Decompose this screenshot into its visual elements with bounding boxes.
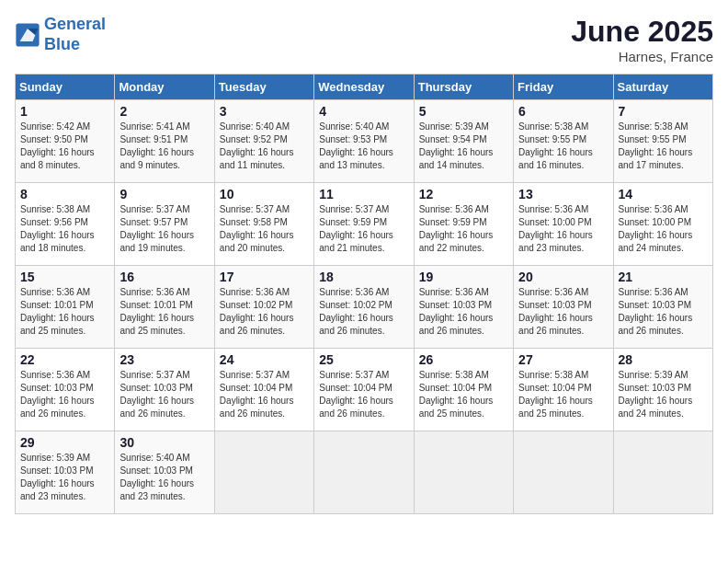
day-number: 5 (419, 104, 508, 119)
day-info: Sunrise: 5:37 AM Sunset: 10:04 PM Daylig… (220, 369, 309, 420)
header: General Blue June 2025 Harnes, France (15, 15, 713, 64)
day-info: Sunrise: 5:42 AM Sunset: 9:50 PM Dayligh… (20, 121, 109, 172)
table-row: 4Sunrise: 5:40 AM Sunset: 9:53 PM Daylig… (314, 100, 414, 183)
day-number: 27 (518, 352, 608, 367)
day-number: 3 (220, 104, 309, 119)
table-row: 26Sunrise: 5:38 AM Sunset: 10:04 PM Dayl… (414, 349, 513, 431)
table-row: 24Sunrise: 5:37 AM Sunset: 10:04 PM Dayl… (214, 349, 313, 431)
table-row: 5Sunrise: 5:39 AM Sunset: 9:54 PM Daylig… (414, 100, 513, 183)
day-info: Sunrise: 5:36 AM Sunset: 10:03 PM Daylig… (619, 286, 708, 338)
table-row: 23Sunrise: 5:37 AM Sunset: 10:03 PM Dayl… (115, 349, 214, 431)
day-info: Sunrise: 5:36 AM Sunset: 10:02 PM Daylig… (220, 286, 309, 338)
day-info: Sunrise: 5:36 AM Sunset: 10:03 PM Daylig… (20, 369, 109, 420)
col-saturday: Saturday (613, 75, 712, 100)
day-info: Sunrise: 5:38 AM Sunset: 10:04 PM Daylig… (518, 369, 608, 420)
calendar-week-2: 8Sunrise: 5:38 AM Sunset: 9:56 PM Daylig… (16, 183, 713, 266)
table-row (613, 431, 712, 514)
day-info: Sunrise: 5:37 AM Sunset: 10:03 PM Daylig… (119, 369, 209, 420)
day-info: Sunrise: 5:40 AM Sunset: 9:52 PM Dayligh… (220, 121, 309, 172)
table-row: 18Sunrise: 5:36 AM Sunset: 10:02 PM Dayl… (314, 266, 414, 349)
day-number: 10 (220, 187, 309, 201)
table-row: 8Sunrise: 5:38 AM Sunset: 9:56 PM Daylig… (16, 183, 115, 266)
day-number: 19 (419, 270, 508, 284)
day-info: Sunrise: 5:38 AM Sunset: 9:56 PM Dayligh… (20, 203, 109, 255)
day-number: 8 (20, 187, 109, 201)
location-title: Harnes, France (571, 49, 713, 64)
day-number: 2 (119, 104, 209, 119)
logo-line1: General (44, 15, 106, 33)
day-number: 11 (319, 187, 408, 201)
table-row: 1Sunrise: 5:42 AM Sunset: 9:50 PM Daylig… (16, 100, 115, 183)
calendar-table: Sunday Monday Tuesday Wednesday Thursday… (15, 74, 713, 514)
month-title: June 2025 (571, 15, 713, 49)
day-number: 9 (119, 187, 209, 201)
day-number: 21 (619, 270, 708, 284)
table-row (214, 431, 313, 514)
table-row: 22Sunrise: 5:36 AM Sunset: 10:03 PM Dayl… (16, 349, 115, 431)
col-sunday: Sunday (16, 75, 115, 100)
day-number: 30 (119, 435, 209, 450)
day-number: 23 (119, 352, 209, 367)
day-info: Sunrise: 5:38 AM Sunset: 10:04 PM Daylig… (419, 369, 508, 420)
table-row: 28Sunrise: 5:39 AM Sunset: 10:03 PM Dayl… (613, 349, 712, 431)
day-info: Sunrise: 5:36 AM Sunset: 10:01 PM Daylig… (20, 286, 109, 338)
table-row: 15Sunrise: 5:36 AM Sunset: 10:01 PM Dayl… (16, 266, 115, 349)
day-number: 1 (20, 104, 109, 119)
col-friday: Friday (514, 75, 613, 100)
day-info: Sunrise: 5:39 AM Sunset: 10:03 PM Daylig… (619, 369, 708, 420)
table-row: 30Sunrise: 5:40 AM Sunset: 10:03 PM Dayl… (115, 431, 214, 514)
day-info: Sunrise: 5:37 AM Sunset: 10:04 PM Daylig… (319, 369, 408, 420)
day-info: Sunrise: 5:36 AM Sunset: 10:01 PM Daylig… (119, 286, 209, 338)
logo: General Blue (15, 15, 106, 54)
day-number: 28 (619, 352, 708, 367)
day-info: Sunrise: 5:38 AM Sunset: 9:55 PM Dayligh… (619, 121, 708, 172)
table-row: 10Sunrise: 5:37 AM Sunset: 9:58 PM Dayli… (214, 183, 313, 266)
day-info: Sunrise: 5:36 AM Sunset: 10:03 PM Daylig… (419, 286, 508, 338)
calendar-week-1: 1Sunrise: 5:42 AM Sunset: 9:50 PM Daylig… (16, 100, 713, 183)
table-row: 7Sunrise: 5:38 AM Sunset: 9:55 PM Daylig… (613, 100, 712, 183)
table-row: 29Sunrise: 5:39 AM Sunset: 10:03 PM Dayl… (16, 431, 115, 514)
table-row: 9Sunrise: 5:37 AM Sunset: 9:57 PM Daylig… (115, 183, 214, 266)
table-row (514, 431, 613, 514)
col-monday: Monday (115, 75, 214, 100)
day-info: Sunrise: 5:37 AM Sunset: 9:58 PM Dayligh… (220, 203, 309, 255)
table-row (314, 431, 414, 514)
table-row: 11Sunrise: 5:37 AM Sunset: 9:59 PM Dayli… (314, 183, 414, 266)
calendar-week-5: 29Sunrise: 5:39 AM Sunset: 10:03 PM Dayl… (16, 431, 713, 514)
day-number: 4 (319, 104, 408, 119)
day-number: 7 (619, 104, 708, 119)
calendar-week-4: 22Sunrise: 5:36 AM Sunset: 10:03 PM Dayl… (16, 349, 713, 431)
table-row: 16Sunrise: 5:36 AM Sunset: 10:01 PM Dayl… (115, 266, 214, 349)
day-number: 24 (220, 352, 309, 367)
day-info: Sunrise: 5:39 AM Sunset: 9:54 PM Dayligh… (419, 121, 508, 172)
table-row: 14Sunrise: 5:36 AM Sunset: 10:00 PM Dayl… (613, 183, 712, 266)
table-row: 12Sunrise: 5:36 AM Sunset: 9:59 PM Dayli… (414, 183, 513, 266)
table-row: 21Sunrise: 5:36 AM Sunset: 10:03 PM Dayl… (613, 266, 712, 349)
day-number: 25 (319, 352, 408, 367)
day-number: 18 (319, 270, 408, 284)
col-thursday: Thursday (414, 75, 513, 100)
table-row: 3Sunrise: 5:40 AM Sunset: 9:52 PM Daylig… (214, 100, 313, 183)
col-tuesday: Tuesday (214, 75, 313, 100)
day-number: 26 (419, 352, 508, 367)
day-number: 15 (20, 270, 109, 284)
day-info: Sunrise: 5:36 AM Sunset: 10:00 PM Daylig… (619, 203, 708, 255)
day-number: 6 (518, 104, 608, 119)
day-info: Sunrise: 5:36 AM Sunset: 9:59 PM Dayligh… (419, 203, 508, 255)
header-row: Sunday Monday Tuesday Wednesday Thursday… (16, 75, 713, 100)
day-number: 22 (20, 352, 109, 367)
day-info: Sunrise: 5:37 AM Sunset: 9:57 PM Dayligh… (119, 203, 209, 255)
col-wednesday: Wednesday (314, 75, 414, 100)
day-number: 13 (518, 187, 608, 201)
day-info: Sunrise: 5:37 AM Sunset: 9:59 PM Dayligh… (319, 203, 408, 255)
day-number: 20 (518, 270, 608, 284)
table-row: 17Sunrise: 5:36 AM Sunset: 10:02 PM Dayl… (214, 266, 313, 349)
day-info: Sunrise: 5:36 AM Sunset: 10:02 PM Daylig… (319, 286, 408, 338)
table-row: 13Sunrise: 5:36 AM Sunset: 10:00 PM Dayl… (514, 183, 613, 266)
table-row: 25Sunrise: 5:37 AM Sunset: 10:04 PM Dayl… (314, 349, 414, 431)
table-row: 2Sunrise: 5:41 AM Sunset: 9:51 PM Daylig… (115, 100, 214, 183)
day-info: Sunrise: 5:40 AM Sunset: 10:03 PM Daylig… (119, 452, 209, 503)
table-row: 6Sunrise: 5:38 AM Sunset: 9:55 PM Daylig… (514, 100, 613, 183)
table-row: 20Sunrise: 5:36 AM Sunset: 10:03 PM Dayl… (514, 266, 613, 349)
day-number: 17 (220, 270, 309, 284)
